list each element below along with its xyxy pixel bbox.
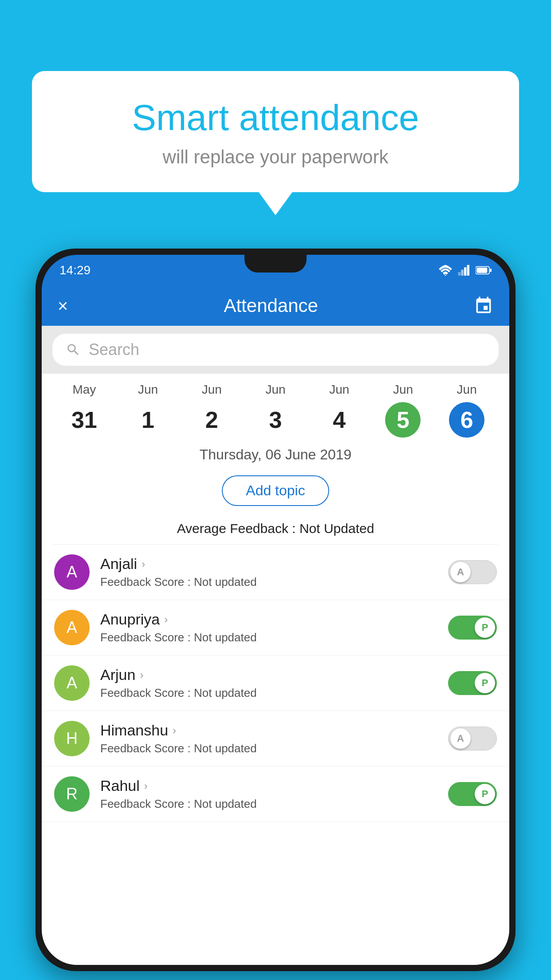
cal-day[interactable]: 2 [194, 402, 229, 438]
svg-rect-1 [458, 272, 460, 276]
student-item[interactable]: RRahul ›Feedback Score : Not updatedP [42, 767, 509, 822]
score-label: Feedback Score : [100, 686, 194, 699]
student-score: Feedback Score : Not updated [100, 797, 437, 811]
close-button[interactable]: × [58, 296, 68, 316]
headline-title: Smart attendance [59, 98, 492, 138]
student-item[interactable]: AAnupriya ›Feedback Score : Not updatedP [42, 600, 509, 656]
calendar-col[interactable]: Jun6 [435, 383, 499, 438]
chevron-icon: › [173, 724, 176, 737]
toggle-thumb: A [450, 728, 471, 749]
score-label: Feedback Score : [100, 631, 194, 644]
svg-rect-4 [467, 265, 469, 276]
chevron-icon: › [142, 558, 145, 570]
phone-frame: 14:29 [35, 249, 516, 971]
student-score: Feedback Score : Not updated [100, 742, 437, 755]
signal-icon [458, 265, 470, 276]
search-bar[interactable]: Search [52, 334, 499, 366]
student-score: Feedback Score : Not updated [100, 631, 437, 644]
student-item[interactable]: AAnjali ›Feedback Score : Not updatedA [42, 545, 509, 600]
student-name: Anjali › [100, 555, 437, 573]
cal-day[interactable]: 31 [67, 402, 102, 438]
score-label: Feedback Score : [100, 797, 194, 810]
toggle-thumb: A [450, 562, 471, 582]
date-display: Thursday, 06 June 2019 [42, 438, 509, 472]
student-name: Himanshu › [100, 722, 437, 739]
svg-rect-7 [476, 268, 487, 273]
svg-rect-6 [490, 269, 492, 272]
student-name: Anupriya › [100, 611, 437, 628]
toggle-container[interactable]: P [448, 782, 497, 806]
svg-rect-3 [464, 267, 466, 276]
toggle-container[interactable]: P [448, 616, 497, 640]
avatar: H [54, 721, 90, 756]
cal-month: Jun [265, 383, 285, 397]
student-info: Rahul ›Feedback Score : Not updated [100, 777, 437, 811]
battery-icon [476, 266, 492, 275]
status-icons [438, 265, 492, 276]
cal-month: Jun [329, 383, 349, 397]
cal-month: Jun [393, 383, 413, 397]
app-bar-title: Attendance [81, 295, 460, 316]
status-time: 14:29 [59, 263, 91, 277]
cal-day[interactable]: 1 [130, 402, 166, 438]
wifi-icon [438, 265, 453, 276]
score-label: Feedback Score : [100, 742, 194, 755]
toggle-thumb: P [475, 617, 495, 638]
avg-feedback-label: Average Feedback : [177, 521, 299, 536]
student-item[interactable]: HHimanshu ›Feedback Score : Not updatedA [42, 711, 509, 767]
student-list: AAnjali ›Feedback Score : Not updatedAAA… [42, 545, 509, 822]
toggle-thumb: P [475, 673, 495, 693]
screen-content: Search May31Jun1Jun2Jun3Jun4Jun5Jun6 Thu… [42, 326, 509, 965]
cal-day[interactable]: 3 [258, 402, 293, 438]
cal-day[interactable]: 5 [385, 402, 421, 438]
calendar-icon[interactable] [474, 296, 493, 316]
attendance-toggle[interactable]: P [448, 671, 497, 695]
student-name-text: Rahul [100, 777, 140, 794]
app-bar: × Attendance [42, 286, 509, 326]
chevron-icon: › [140, 669, 143, 681]
score-value: Not updated [194, 575, 257, 589]
speech-bubble: Smart attendance will replace your paper… [32, 71, 519, 192]
avatar: R [54, 776, 90, 812]
student-info: Arjun ›Feedback Score : Not updated [100, 666, 437, 700]
calendar-row: May31Jun1Jun2Jun3Jun4Jun5Jun6 [42, 374, 509, 438]
chevron-icon: › [144, 780, 148, 792]
calendar-col[interactable]: Jun5 [371, 383, 435, 438]
toggle-thumb: P [475, 784, 495, 804]
search-bar-container: Search [42, 326, 509, 374]
toggle-container[interactable]: A [448, 560, 497, 584]
student-name-text: Anupriya [100, 611, 160, 628]
cal-month: Jun [202, 383, 222, 397]
student-score: Feedback Score : Not updated [100, 575, 437, 589]
svg-point-0 [445, 275, 446, 276]
score-value: Not updated [194, 742, 257, 755]
toggle-container[interactable]: P [448, 671, 497, 695]
attendance-toggle[interactable]: P [448, 782, 497, 806]
student-name: Rahul › [100, 777, 437, 794]
avatar: A [54, 610, 90, 645]
calendar-col[interactable]: Jun2 [180, 383, 244, 438]
avg-feedback-value: Not Updated [299, 521, 374, 536]
calendar-col[interactable]: May31 [52, 383, 116, 438]
student-item[interactable]: AArjun ›Feedback Score : Not updatedP [42, 656, 509, 711]
student-info: Anjali ›Feedback Score : Not updated [100, 555, 437, 589]
student-info: Anupriya ›Feedback Score : Not updated [100, 611, 437, 644]
cal-day[interactable]: 4 [322, 402, 357, 438]
avg-feedback: Average Feedback : Not Updated [42, 513, 509, 544]
attendance-toggle[interactable]: A [448, 560, 497, 584]
calendar-col[interactable]: Jun4 [307, 383, 371, 438]
calendar-col[interactable]: Jun3 [244, 383, 307, 438]
cal-day[interactable]: 6 [449, 402, 484, 438]
student-name: Arjun › [100, 666, 437, 684]
attendance-toggle[interactable]: A [448, 727, 497, 751]
search-icon [66, 342, 81, 357]
attendance-toggle[interactable]: P [448, 616, 497, 640]
add-topic-button[interactable]: Add topic [222, 475, 329, 506]
score-label: Feedback Score : [100, 575, 194, 589]
toggle-container[interactable]: A [448, 727, 497, 751]
phone-inner: 14:29 [42, 255, 509, 965]
headline-subtitle: will replace your paperwork [59, 146, 492, 168]
chevron-icon: › [164, 613, 168, 626]
student-name-text: Anjali [100, 555, 137, 573]
calendar-col[interactable]: Jun1 [116, 383, 180, 438]
